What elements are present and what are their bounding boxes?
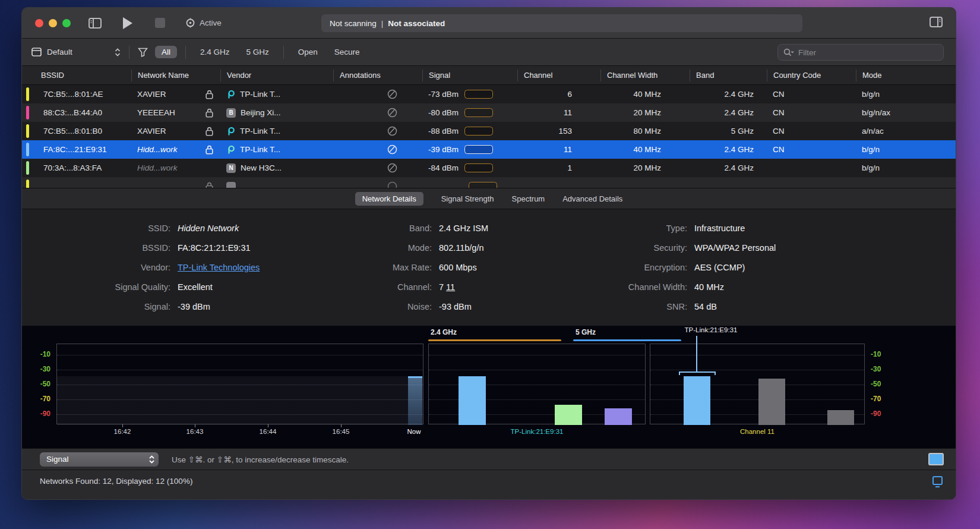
tplink-vendor-icon: [226, 90, 235, 99]
bssid-cell: 70:3A:...8:A3:FA: [37, 163, 131, 172]
zoom-window-button[interactable]: [62, 19, 71, 27]
spectrum-bar: [605, 408, 632, 425]
y-tick: -30: [871, 365, 891, 373]
country-code-cell: CN: [767, 127, 856, 136]
annotation-icon: [333, 163, 422, 173]
profile-selector[interactable]: Default: [31, 48, 121, 56]
channel-width-cell: 20 MHz: [600, 108, 690, 117]
channel-x-label: Channel 11: [740, 428, 774, 435]
column-header-bssid[interactable]: BSSID: [37, 70, 131, 81]
table-row[interactable]: 88:C3:...B:44:A0 YEEEEAH B Beijing Xi...…: [22, 103, 956, 122]
stop-scan-button[interactable]: [155, 18, 165, 28]
x-tick: 16:44: [260, 428, 277, 435]
vendor-cell: N New H3C...: [220, 163, 333, 173]
traffic-lights: [35, 19, 71, 27]
channel-width-label: Channel Width:: [545, 281, 687, 293]
column-header-channel-width[interactable]: Channel Width: [600, 70, 690, 81]
x-tick: 16:45: [333, 428, 350, 435]
filter-secure-button[interactable]: Secure: [328, 46, 366, 58]
status-bar: Networks Found: 12, Displayed: 12 (100%): [22, 470, 956, 499]
table-row[interactable]: 7C:B5:...8:01:AE XAVIER TP-Link T... -73…: [22, 85, 956, 103]
funnel-filter-icon[interactable]: [138, 48, 148, 57]
column-header-channel[interactable]: Channel: [517, 70, 600, 81]
color-tag: [26, 106, 29, 119]
color-tag: [26, 87, 29, 101]
signal-bar: [464, 90, 493, 99]
column-header-country-code[interactable]: Country Code: [767, 70, 856, 81]
channel-cell: 6: [517, 90, 600, 99]
table-row-partial[interactable]: [22, 177, 956, 188]
bssid-label: BSSID:: [22, 242, 170, 254]
column-header-network-name[interactable]: Network Name: [131, 70, 220, 81]
timescale-hint: Use ⇧⌘. or ⇧⌘, to increase/decrease time…: [172, 455, 349, 464]
filter-24ghz-button[interactable]: 2.4 GHz: [194, 46, 236, 58]
x-tick: 16:42: [114, 428, 131, 435]
tab-spectrum[interactable]: Spectrum: [512, 194, 545, 203]
signal-dbm: -73 dBm: [428, 90, 459, 99]
toolbar-divider: [283, 46, 284, 59]
networks-found-status: Networks Found: 12, Displayed: 12 (100%): [40, 477, 192, 486]
band-cell: 5 GHz: [690, 127, 767, 136]
tab-network-details[interactable]: Network Details: [355, 192, 423, 206]
column-header-signal[interactable]: Signal: [422, 70, 517, 81]
annotation-icon: [333, 144, 422, 155]
vendor-link[interactable]: TP-Link Technologies: [178, 263, 260, 272]
tab-advanced-details[interactable]: Advanced Details: [562, 194, 622, 203]
column-header-mode[interactable]: Mode: [856, 70, 956, 81]
table-row[interactable]: 7C:B5:...8:01:B0 XAVIER TP-Link T... -88…: [22, 122, 956, 140]
country-code-cell: CN: [767, 145, 856, 154]
toolbar-divider: [129, 46, 129, 59]
status-separator: |: [381, 19, 384, 28]
column-header-band[interactable]: Band: [690, 70, 767, 81]
active-mode-indicator[interactable]: Active: [185, 18, 222, 28]
color-tag: [26, 180, 29, 188]
chevron-up-down-icon: [115, 48, 121, 56]
spectrum-x-label: TP-Link:21:E9:31: [511, 428, 564, 435]
toggle-left-sidebar-icon[interactable]: [88, 18, 102, 29]
filter-all-button[interactable]: All: [155, 46, 177, 58]
filter-5ghz-button[interactable]: 5 GHz: [241, 46, 275, 58]
start-scan-button[interactable]: [123, 17, 132, 29]
signal-quality-label: Signal Quality:: [22, 281, 170, 293]
scan-mode-icon: [185, 18, 195, 28]
close-window-button[interactable]: [35, 19, 43, 27]
network-details-pane: SSID:Hidden Network BSSID:FA:8C:21:21:E9…: [22, 209, 956, 326]
band-24ghz-label: 2.4 GHz: [431, 328, 457, 336]
y-tick: -70: [30, 395, 50, 403]
filter-open-button[interactable]: Open: [292, 46, 324, 58]
details-column-3: Type:Infrastructure Security:WPA/WPA2 Pe…: [545, 222, 956, 326]
color-tag: [26, 161, 29, 175]
chart-mode-dropdown[interactable]: Signal: [40, 452, 159, 467]
mode-cell: a/n/ac: [856, 127, 956, 136]
channel-secondary[interactable]: 11: [446, 282, 455, 292]
channel-cell: 11: [517, 145, 600, 154]
band-5ghz-label: 5 GHz: [576, 328, 596, 336]
minimize-window-button[interactable]: [49, 19, 57, 27]
table-row-selected[interactable]: FA:8C:...21:E9:31 Hidd...work TP-Link T.…: [22, 140, 956, 159]
search-input[interactable]: [798, 48, 938, 57]
network-name-cell: Hidd...work: [131, 145, 198, 154]
vendor-cell: TP-Link T...: [220, 127, 333, 136]
country-code-cell: CN: [767, 108, 856, 117]
column-header-annotations[interactable]: Annotations: [333, 70, 422, 81]
signal-history-bar: [408, 376, 422, 425]
bssid-cell: 7C:B5:...8:01:AE: [37, 90, 131, 99]
channel-detail-chart[interactable]: [650, 344, 865, 424]
channel-width-value: 40 MHz: [694, 281, 956, 293]
column-header-vendor[interactable]: Vendor: [220, 70, 333, 81]
channel-width-cell: 20 MHz: [600, 163, 690, 172]
signal-history-chart[interactable]: [56, 344, 423, 424]
monitor-icon[interactable]: [932, 476, 943, 485]
toggle-right-panel-icon[interactable]: [930, 17, 943, 27]
x-tick-now: Now: [407, 428, 421, 435]
details-tab-bar: Network Details Signal Strength Spectrum…: [22, 188, 956, 209]
band-value: 2.4 GHz ISM: [439, 222, 545, 234]
network-name-cell: Hidd...work: [131, 163, 198, 172]
tab-signal-strength[interactable]: Signal Strength: [441, 194, 494, 203]
display-mode-icon[interactable]: [928, 453, 944, 465]
security-label: Security:: [545, 242, 687, 254]
spectrum-overview-chart[interactable]: [428, 344, 646, 424]
filter-search-field[interactable]: [777, 44, 944, 61]
mode-cell: b/g/n: [856, 163, 956, 172]
table-row[interactable]: 70:3A:...8:A3:FA Hidd...work N New H3C..…: [22, 159, 956, 177]
